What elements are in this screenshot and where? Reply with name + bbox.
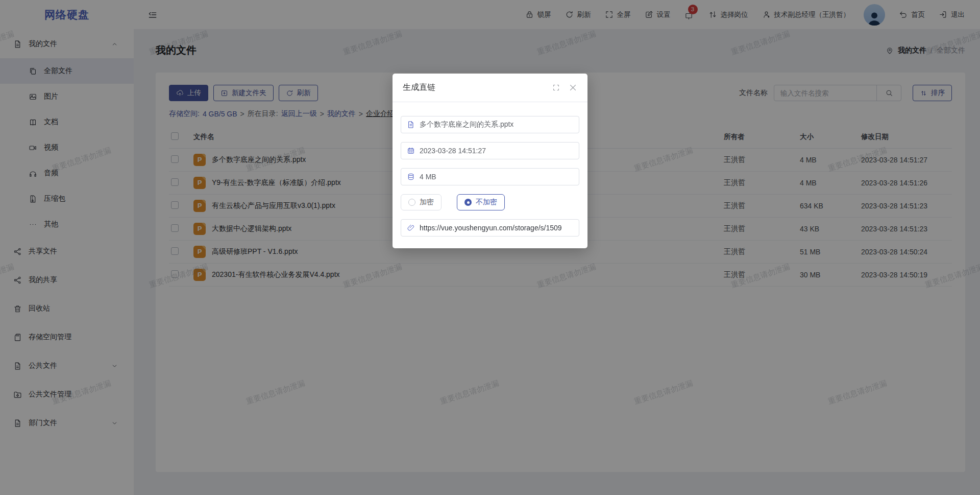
paperclip-icon	[407, 224, 415, 232]
direct-link-field[interactable]: https://vue.youshengyun.com/storage/s/15…	[401, 219, 579, 237]
file-name-field: 多个数字底座之间的关系.pptx	[401, 116, 579, 133]
no-encrypt-radio-option[interactable]: 不加密	[457, 194, 505, 210]
encryption-options: 加密 不加密	[401, 194, 579, 210]
expand-modal-icon[interactable]	[552, 84, 560, 91]
radio-selected-icon	[464, 199, 472, 206]
file-icon	[407, 121, 415, 129]
close-icon[interactable]	[569, 83, 577, 92]
modal-title: 生成直链	[403, 82, 435, 93]
encrypt-label: 加密	[420, 198, 434, 207]
modal-tools	[552, 83, 577, 92]
generate-direct-link-modal: 生成直链 多个数字底座之间的关系.pptx 2023-03-28 14:51:2…	[393, 74, 587, 248]
modal-body: 多个数字底座之间的关系.pptx 2023-03-28 14:51:27 4 M…	[393, 102, 587, 248]
file-size-field: 4 MB	[401, 168, 579, 185]
direct-link-value: https://vue.youshengyun.com/storage/s/15…	[420, 224, 562, 232]
modified-time-field: 2023-03-28 14:51:27	[401, 142, 579, 159]
file-name-value: 多个数字底座之间的关系.pptx	[420, 120, 513, 129]
modified-time-value: 2023-03-28 14:51:27	[420, 147, 486, 155]
encrypt-radio-option[interactable]: 加密	[401, 194, 442, 210]
radio-unselected-icon	[408, 199, 415, 206]
modal-header: 生成直链	[393, 74, 587, 102]
file-size-value: 4 MB	[420, 173, 436, 181]
database-icon	[407, 173, 415, 181]
calendar-icon	[407, 147, 415, 155]
no-encrypt-label: 不加密	[476, 198, 497, 207]
